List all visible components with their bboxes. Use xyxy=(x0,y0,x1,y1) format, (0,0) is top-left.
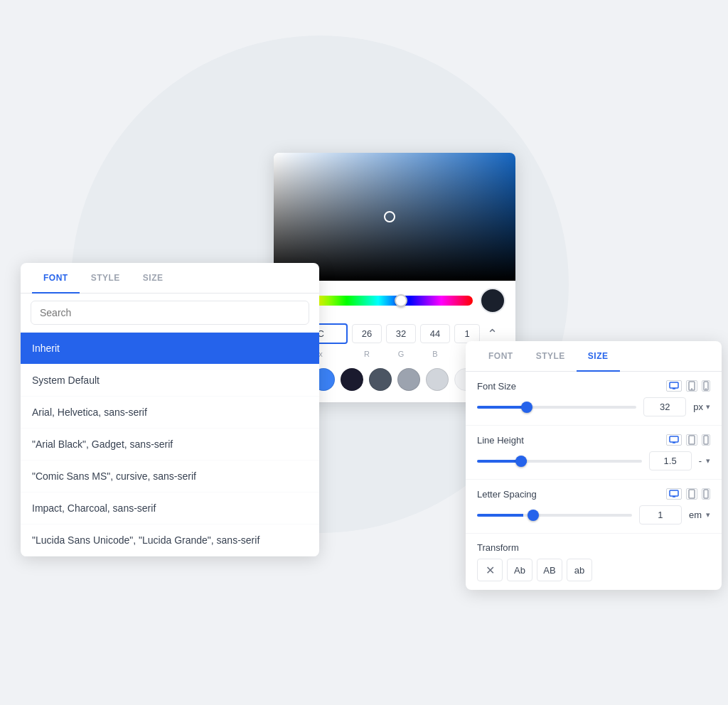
tab-style[interactable]: STYLE xyxy=(80,263,132,293)
line-height-unit-chevron: ▾ xyxy=(706,456,710,465)
font-item-arial-black[interactable]: "Arial Black", Gadget, sans-serif xyxy=(21,429,319,461)
font-size-control: 32 px ▾ xyxy=(477,397,710,416)
green-label: G xyxy=(386,350,416,358)
font-item-impact[interactable]: Impact, Charcoal, sans-serif xyxy=(21,493,319,524)
desktop-icon[interactable] xyxy=(666,380,682,392)
svg-rect-9 xyxy=(689,490,695,498)
font-item-comic-sans[interactable]: "Comic Sans MS", cursive, sans-serif xyxy=(21,461,319,493)
tablet-icon-ls[interactable] xyxy=(686,488,697,500)
letter-spacing-unit-chevron: ▾ xyxy=(706,510,710,520)
font-panel-tabs: FONT STYLE SIZE xyxy=(21,263,319,294)
font-search-container xyxy=(21,294,319,333)
line-height-label: Line Height xyxy=(477,435,524,446)
swatch-medium-gray[interactable] xyxy=(397,368,420,391)
svg-rect-7 xyxy=(704,436,708,444)
size-tab-font[interactable]: FONT xyxy=(477,341,525,371)
alpha-channel-input[interactable]: 1 xyxy=(454,324,480,343)
line-height-control: 1.5 - ▾ xyxy=(477,451,710,470)
font-item-lucida[interactable]: "Lucida Sans Unicode", "Lucida Grande", … xyxy=(21,524,319,556)
letter-spacing-unit-text: em xyxy=(689,510,702,520)
red-channel-input[interactable]: 26 xyxy=(352,324,382,343)
tablet-icon-lh[interactable] xyxy=(686,434,697,446)
line-height-slider[interactable] xyxy=(477,460,642,463)
font-item-inherit[interactable]: Inherit xyxy=(21,333,319,365)
transform-label: Transform xyxy=(477,542,710,553)
svg-point-2 xyxy=(692,389,692,389)
font-picker-panel: FONT STYLE SIZE Inherit System Default A… xyxy=(21,263,319,556)
transform-uppercase-button[interactable]: AB xyxy=(537,559,562,581)
tablet-icon[interactable] xyxy=(686,380,697,392)
mobile-icon-lh[interactable] xyxy=(702,434,710,446)
mobile-icon-ls[interactable] xyxy=(702,488,710,500)
letter-spacing-label: Letter Spacing xyxy=(477,489,537,500)
svg-rect-6 xyxy=(689,436,695,444)
font-size-slider[interactable] xyxy=(477,406,636,409)
line-height-unit-text: - xyxy=(699,456,702,466)
transform-capitalize-button[interactable]: Ab xyxy=(507,559,532,581)
line-height-unit[interactable]: - ▾ xyxy=(699,456,710,466)
mobile-icon[interactable] xyxy=(702,380,710,392)
red-label: R xyxy=(352,350,382,358)
color-gradient-canvas[interactable] xyxy=(274,153,515,281)
letter-spacing-header: Letter Spacing xyxy=(477,488,710,500)
font-size-value-input[interactable]: 32 xyxy=(643,397,686,416)
svg-rect-8 xyxy=(670,490,678,496)
green-channel-input[interactable]: 32 xyxy=(386,324,416,343)
size-panel-tabs: FONT STYLE SIZE xyxy=(466,341,722,372)
line-height-header: Line Height xyxy=(477,434,710,446)
swatch-dark-gray[interactable] xyxy=(369,368,392,391)
font-item-arial[interactable]: Arial, Helvetica, sans-serif xyxy=(21,397,319,429)
line-height-value-input[interactable]: 1.5 xyxy=(649,451,692,470)
font-size-unit-chevron: ▾ xyxy=(706,402,710,411)
svg-point-4 xyxy=(706,389,707,389)
hue-thumb xyxy=(395,294,407,307)
tab-font[interactable]: FONT xyxy=(32,263,80,293)
color-chevron-icon[interactable]: ⌃ xyxy=(487,326,498,342)
letter-spacing-unit[interactable]: em ▾ xyxy=(689,510,710,520)
blue-label: B xyxy=(420,350,450,358)
swatch-light-gray[interactable] xyxy=(426,368,449,391)
svg-rect-0 xyxy=(670,382,678,388)
font-size-header: Font Size xyxy=(477,380,710,392)
desktop-icon-ls[interactable] xyxy=(666,488,682,500)
desktop-icon-lh[interactable] xyxy=(666,434,682,446)
tab-size[interactable]: SIZE xyxy=(132,263,175,293)
transform-lowercase-button[interactable]: ab xyxy=(567,559,592,581)
font-size-unit[interactable]: px ▾ xyxy=(693,402,710,412)
swatch-dark-navy[interactable] xyxy=(341,368,363,391)
letter-spacing-section: Letter Spacing xyxy=(466,480,722,534)
letter-spacing-control: 1 em ▾ xyxy=(477,505,710,524)
device-icons-line-height xyxy=(666,434,710,446)
line-height-section: Line Height xyxy=(466,426,722,480)
svg-rect-10 xyxy=(704,490,708,498)
device-icons-letter-spacing xyxy=(666,488,710,500)
font-size-label: Font Size xyxy=(477,381,516,392)
transform-buttons: ✕ Ab AB ab xyxy=(477,559,710,581)
transform-section: Transform ✕ Ab AB ab xyxy=(466,534,722,590)
font-size-unit-text: px xyxy=(693,402,703,412)
letter-spacing-value-input[interactable]: 1 xyxy=(639,505,682,524)
device-icons-font-size xyxy=(666,380,710,392)
size-panel: FONT STYLE SIZE Font Size xyxy=(466,341,722,590)
font-item-system-default[interactable]: System Default xyxy=(21,365,319,397)
transform-none-button[interactable]: ✕ xyxy=(477,559,503,581)
color-gradient-cursor xyxy=(384,211,395,222)
color-swatch-preview[interactable] xyxy=(480,288,505,313)
blue-channel-input[interactable]: 44 xyxy=(420,324,450,343)
font-size-section: Font Size xyxy=(466,372,722,426)
size-tab-style[interactable]: STYLE xyxy=(525,341,577,371)
search-input[interactable] xyxy=(31,301,309,325)
size-tab-size[interactable]: SIZE xyxy=(577,341,620,371)
svg-rect-5 xyxy=(670,436,678,442)
letter-spacing-slider[interactable] xyxy=(477,514,632,517)
